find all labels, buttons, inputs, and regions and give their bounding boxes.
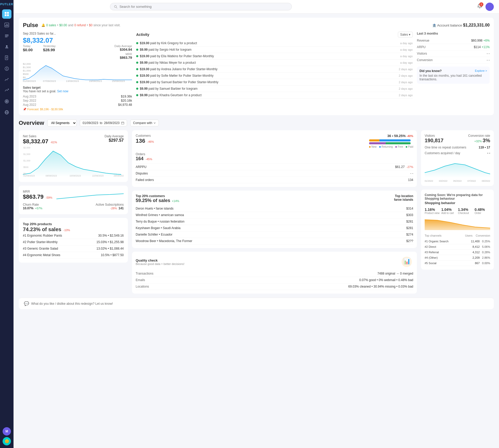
overview-left-col: Net Sales $8,332.07 -61% Daily Average $… [19, 130, 128, 294]
sidebar-item-chart[interactable] [2, 20, 11, 30]
orders-change: -45% [146, 158, 152, 161]
sidebar-logo: PUTLER [0, 3, 13, 6]
date-range-picker[interactable]: 01/09/2023 to 28/09/2023 [80, 120, 127, 126]
customers-card: Customers 136 -46% 36 • 59.25% -40% [132, 130, 417, 187]
compare-with-button[interactable]: Compare with [130, 120, 159, 126]
revenue-change: +6% [483, 39, 490, 42]
activity-dot [136, 55, 138, 57]
cust-detail: 36 • 59.25% -40% [369, 134, 413, 138]
sidebar-item-reports[interactable] [2, 53, 11, 62]
channels-title: Top channels [425, 234, 442, 237]
target-grid: Aug 2023 $19.36k Sep 2022 $20.16k Aug 20… [23, 95, 132, 107]
search-input[interactable] [120, 5, 288, 9]
activity-card: Activity Sales ▾ $19.00 paid by Kirk Gre… [136, 32, 413, 111]
forecast-val: $9,196 - $130.58k [40, 108, 63, 111]
list-item: #1 Organic Search 11,400 0.25% [425, 239, 490, 244]
conversion-change-ov: +32% [474, 140, 482, 143]
customers-val: 136 [136, 138, 145, 144]
svg-rect-8 [5, 35, 9, 35]
notification-button[interactable]: 2 [477, 3, 482, 10]
svg-text:19/09/2023: 19/09/2023 [89, 80, 102, 82]
visitors-label-pulse: Visitors [417, 52, 427, 55]
pulse-chart: 01/09/2023 07/09/2023 13/09/2023 19/09/2… [23, 62, 132, 82]
top-customers-change: +14% [172, 199, 179, 203]
sidebar-item-analytics[interactable] [2, 75, 11, 84]
arpu-change: +11% [482, 45, 490, 49]
svg-text:$1,500: $1,500 [23, 66, 31, 68]
sidebar-avatar-m[interactable]: M [3, 427, 11, 436]
sidebar-avatar-face[interactable]: 😊 [3, 437, 11, 445]
svg-rect-0 [5, 12, 6, 14]
channels-header: Top channels Users Conversion [425, 234, 490, 237]
sidebar-item-globe[interactable] [2, 108, 11, 117]
sidebar-item-goals[interactable] [2, 97, 11, 106]
net-sales-card: Net Sales $8,332.07 -61% Daily Average $… [19, 130, 128, 182]
acquired-label: Customers acquired / day [425, 151, 460, 155]
free-dot [395, 146, 397, 148]
churn-change: +57% [35, 207, 42, 210]
list-item: #2 Putler Starter-Monthly 15.03% • $1,25… [23, 239, 124, 245]
customers-label: Customers [136, 134, 154, 138]
conversion-val-ov: 3% [483, 138, 490, 143]
mrr-card: MRR $863.79 -59% [19, 186, 128, 214]
pulse-sales-amount-val: $8,332.07 [23, 36, 132, 44]
activity-dropdown[interactable]: Sales ▾ [398, 32, 413, 37]
svg-point-24 [114, 5, 116, 8]
orders-val: 164 [136, 156, 143, 161]
list-item: $9.99 paid by Sergio Holt for Icegram a … [136, 47, 413, 53]
active-sub-val: 141 [119, 206, 124, 210]
sidebar: PUTLER $ M 😊 [0, 0, 14, 448]
net-sales-value: $8,332.07 [23, 138, 48, 145]
failed-orders-row: Failed orders 134 [136, 177, 413, 183]
disputes-row: Disputes - - [136, 170, 413, 177]
list-item: Danielle Schiller • Ecuador$274 [136, 231, 413, 238]
sidebar-item-customers[interactable] [2, 42, 11, 51]
top-customers-pct: 59.25% of sales [136, 198, 170, 203]
forecast: 📌 Forecast: $9,196 - $130.58k [23, 108, 132, 111]
arppu-label: ARPPU [136, 165, 146, 169]
account-balance-label: Account balance [437, 23, 462, 27]
list-item: $9.99 paid by Niklas Meyer for a product… [136, 60, 413, 66]
disputes-label: Disputes [136, 172, 148, 175]
daily-avg-label: Daily Average [114, 44, 132, 48]
dyk-title: Did you know? [419, 69, 442, 73]
balance-row-arpu: ARPU $114 +11% [417, 44, 490, 50]
net-sales-change: -61% [50, 141, 57, 144]
date-from: 01/09/2023 [83, 121, 98, 125]
daily-avg-overview: Daily Average $297.57 [104, 134, 124, 143]
search-box[interactable] [110, 3, 292, 10]
dyk-explore-button[interactable]: Explore > [475, 69, 487, 73]
svg-point-11 [6, 45, 8, 47]
svg-point-20 [6, 101, 7, 102]
yesterday-label: Yesterday [43, 44, 56, 48]
top-location-val: faroe islands [394, 198, 413, 202]
pulse-refund-count: 0 refund [74, 23, 86, 27]
sidebar-item-orders[interactable] [2, 31, 11, 41]
account-balance-icon: 🏦 [432, 23, 436, 27]
activity-header: Activity Sales ▾ [136, 32, 413, 37]
activity-dot [136, 81, 138, 83]
set-now-button[interactable]: Set now [57, 89, 68, 93]
top-location-label: Top location [394, 194, 413, 198]
segment-dropdown[interactable]: All Segments [47, 119, 77, 127]
sales-today-row: Today $0.00 Yesterday $28.99 Daily Avera… [23, 44, 132, 60]
channels-conv-header: Conversion [476, 234, 490, 237]
user-avatar[interactable] [485, 3, 494, 11]
sidebar-item-trends[interactable] [2, 86, 11, 95]
main-content: 2 Pulse 🔔 0 sales • $0.00 and 0 refund •… [14, 0, 499, 448]
calendar-icon [121, 121, 124, 125]
svg-text:08/09/2023: 08/09/2023 [45, 174, 57, 177]
list-item: Deron Huels • faroe islands$314 [136, 205, 413, 212]
pulse-title: Pulse [23, 22, 38, 29]
arpu-val: $114 [474, 45, 481, 49]
pulse-header: Pulse 🔔 0 sales • $0.00 and 0 refund • $… [23, 22, 490, 29]
svg-rect-2 [5, 14, 6, 16]
sidebar-item-dashboard[interactable] [2, 9, 11, 19]
one-time-label: One time vs repeat customers [425, 146, 466, 149]
sales-stat-yesterday: Yesterday $28.99 [43, 44, 56, 60]
sidebar-item-payments[interactable]: $ [2, 64, 11, 73]
revenue-label: Revenue [417, 39, 429, 42]
list-item: #4 Ergonomic Metal Shoes 10.5% • $877.50 [23, 252, 124, 258]
svg-rect-3 [7, 14, 9, 16]
svg-text:07/09/2023: 07/09/2023 [43, 80, 56, 82]
